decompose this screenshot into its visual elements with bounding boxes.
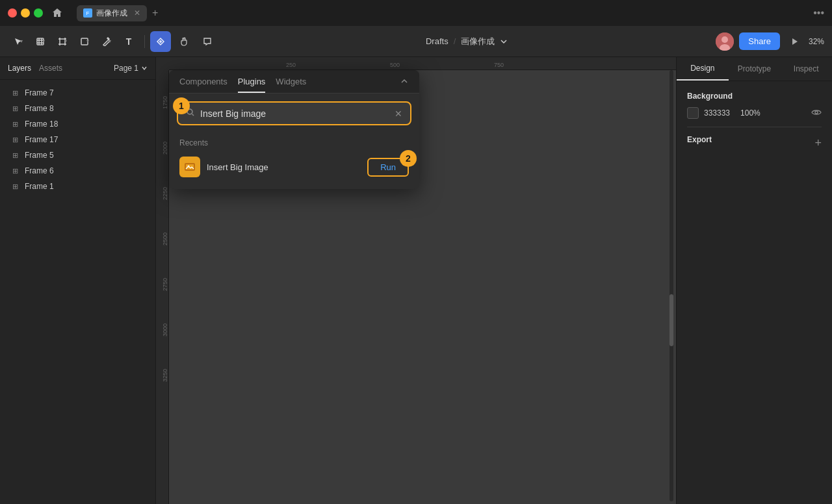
color-opacity[interactable]: 100%: [740, 108, 760, 118]
export-add-button[interactable]: +: [814, 136, 822, 150]
breadcrumb-separator: /: [454, 36, 456, 46]
frame-tool[interactable]: ▾: [52, 31, 73, 52]
background-section-title: Background: [687, 92, 822, 101]
design-tab[interactable]: Design: [677, 57, 729, 81]
pen-tool[interactable]: ▾: [96, 31, 117, 52]
scale-tool[interactable]: ▾: [30, 31, 51, 52]
scrollbar-thumb[interactable]: [670, 294, 673, 346]
layer-name: Frame 6: [25, 166, 54, 175]
breadcrumb-filename[interactable]: 画像作成: [461, 36, 495, 47]
plugins-panel: Components Plugins Widgets 1: [169, 70, 419, 189]
ruler-horizontal: 250 500 750: [169, 57, 676, 70]
shape-tool[interactable]: ▾: [74, 31, 95, 52]
layer-item[interactable]: ⊞ Frame 18: [0, 116, 155, 132]
minimize-button[interactable]: [21, 8, 30, 18]
frame-icon: ⊞: [10, 151, 20, 160]
close-button[interactable]: [8, 8, 17, 18]
layer-name: Frame 5: [25, 151, 54, 160]
chevron-down-icon[interactable]: [500, 38, 508, 45]
recents-section: Recents Insert Big Image 2 Run: [169, 133, 419, 189]
canvas-area[interactable]: 250 500 750 1750 2000 2250 2500 2750 300…: [156, 57, 676, 504]
layer-name: Frame 8: [25, 104, 54, 113]
search-clear-icon[interactable]: ✕: [395, 108, 402, 119]
toolbar: ▾ ▾ ▾ ▾: [0, 26, 832, 57]
color-swatch[interactable]: [687, 107, 699, 119]
search-box-container: 1 ✕: [169, 94, 419, 133]
visibility-icon[interactable]: [811, 108, 822, 118]
frame-icon: ⊞: [10, 89, 20, 97]
section-divider: [687, 127, 822, 127]
prototype-tab[interactable]: Prototype: [729, 58, 781, 80]
svg-point-18: [188, 166, 190, 168]
breadcrumb-drafts[interactable]: Drafts: [426, 36, 448, 46]
text-tool[interactable]: T: [118, 31, 139, 52]
active-tab[interactable]: F 画像作成 ✕: [77, 5, 147, 21]
share-button[interactable]: Share: [739, 32, 780, 50]
play-button[interactable]: [785, 32, 803, 51]
components-tab[interactable]: Components: [179, 77, 228, 93]
assets-tab[interactable]: Assets: [39, 62, 62, 74]
zoom-indicator[interactable]: 32%: [809, 37, 824, 46]
annotation-2: 2: [400, 150, 417, 167]
avatar[interactable]: [716, 32, 734, 51]
layer-list: ⊞ Frame 7 ⊞ Frame 8 ⊞ Frame 18 ⊞ Frame 1…: [0, 80, 155, 199]
left-panel: Layers Assets Page 1 ⊞ Frame 7 ⊞ Frame 8…: [0, 57, 156, 504]
ruler-mark: 250: [286, 62, 296, 69]
components-tool[interactable]: [150, 31, 171, 52]
search-box: ✕: [177, 101, 411, 125]
layer-item[interactable]: ⊞ Frame 6: [0, 163, 155, 179]
comment-tool[interactable]: [197, 31, 218, 52]
frame-icon: ⊞: [10, 120, 20, 129]
right-panel-tabs: Design Prototype Inspect: [677, 57, 832, 81]
plugin-name: Insert Big Image: [207, 162, 361, 172]
svg-marker-14: [792, 38, 798, 45]
tab-bar: F 画像作成 ✕ +: [77, 5, 808, 21]
export-section-title: Export: [687, 135, 712, 144]
maximize-button[interactable]: [34, 8, 43, 18]
toolbar-right: Share 32%: [716, 32, 824, 51]
toolbar-separator-1: [144, 35, 145, 48]
widgets-tab[interactable]: Widgets: [276, 77, 306, 93]
ruler-vmark: 2500: [162, 233, 168, 246]
color-value[interactable]: 333333: [704, 108, 730, 118]
home-button[interactable]: [48, 4, 66, 22]
ruler-vmark: 2250: [162, 187, 168, 200]
svg-point-19: [815, 111, 818, 114]
hand-tool[interactable]: [174, 31, 194, 52]
layer-item[interactable]: ⊞ Frame 8: [0, 101, 155, 116]
page-selector[interactable]: Page 1: [114, 64, 148, 73]
add-tab-button[interactable]: +: [150, 7, 161, 19]
recents-label: Recents: [179, 138, 409, 147]
ruler-vmark: 2000: [162, 142, 168, 155]
layer-item[interactable]: ⊞ Frame 1: [0, 179, 155, 194]
move-tool[interactable]: ▾: [8, 31, 29, 52]
ruler-vmark: 2750: [162, 278, 168, 291]
tab-close-icon[interactable]: ✕: [134, 8, 140, 18]
color-row: 333333 100%: [687, 107, 822, 119]
left-panel-tabs: Layers Assets Page 1: [0, 57, 155, 80]
toolbar-tools-left: ▾ ▾ ▾ ▾: [8, 31, 139, 52]
ruler-vmark: 3000: [162, 323, 168, 336]
layers-tab[interactable]: Layers: [8, 62, 31, 74]
export-row: Export +: [687, 135, 822, 151]
layer-item[interactable]: ⊞ Frame 5: [0, 147, 155, 163]
frame-icon: ⊞: [10, 105, 20, 113]
layer-item[interactable]: ⊞ Frame 7: [0, 85, 155, 101]
toolbar-center: Drafts / 画像作成: [220, 36, 713, 47]
canvas-scrollbar[interactable]: [670, 70, 673, 501]
layer-name: Frame 18: [25, 120, 58, 129]
layer-item[interactable]: ⊞ Frame 17: [0, 132, 155, 147]
ruler-corner: [156, 57, 169, 70]
inspect-tab[interactable]: Inspect: [780, 58, 832, 80]
frame-icon: ⊞: [10, 183, 20, 191]
tab-icon: F: [83, 8, 92, 18]
more-menu-button[interactable]: •••: [813, 7, 824, 19]
plugin-item: Insert Big Image 2 Run: [179, 153, 409, 181]
ruler-vertical: 1750 2000 2250 2500 2750 3000 3250: [156, 57, 169, 504]
ruler-vmark: 1750: [162, 96, 168, 109]
plugins-tab[interactable]: Plugins: [238, 77, 266, 93]
layer-name: Frame 17: [25, 135, 58, 144]
collapse-button[interactable]: [400, 77, 409, 93]
plugin-search-input[interactable]: [200, 108, 389, 119]
frame-icon: ⊞: [10, 167, 20, 175]
